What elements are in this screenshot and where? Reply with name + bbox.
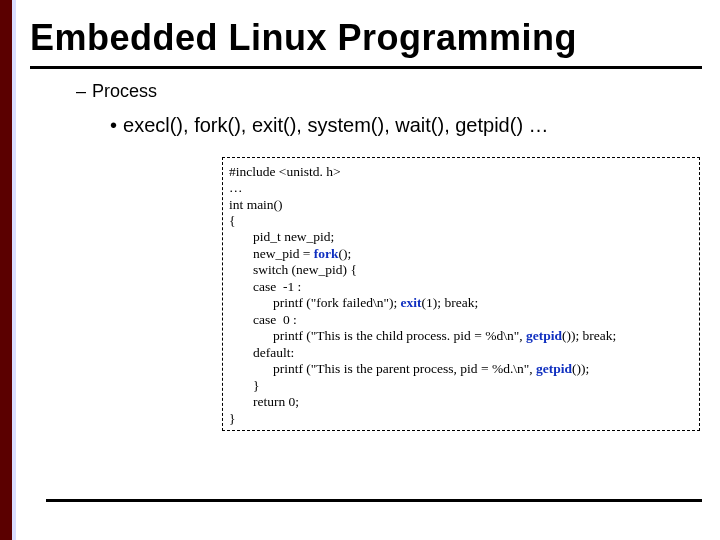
code-line: printf ("This is the child process. pid … bbox=[229, 328, 693, 344]
code-line: printf ("This is the parent process, pid… bbox=[229, 361, 693, 377]
code-line: } bbox=[229, 378, 693, 394]
code-line: return 0; bbox=[229, 394, 693, 410]
dot-bullet-icon: • bbox=[110, 114, 117, 136]
code-line: printf ("fork failed\n"); exit(1); break… bbox=[229, 295, 693, 311]
code-line: pid_t new_pid; bbox=[229, 229, 693, 245]
code-line: … bbox=[229, 180, 693, 196]
code-line: #include <unistd. h> bbox=[229, 164, 693, 180]
keyword-getpid: getpid bbox=[526, 328, 562, 343]
code-line: default: bbox=[229, 345, 693, 361]
bullet-level-2-label: execl(), fork(), exit(), system(), wait(… bbox=[123, 114, 549, 136]
code-line: case -1 : bbox=[229, 279, 693, 295]
bullet-level-2: •execl(), fork(), exit(), system(), wait… bbox=[110, 114, 702, 137]
keyword-exit: exit bbox=[401, 295, 422, 310]
footer-divider bbox=[46, 499, 702, 502]
code-sample-box: #include <unistd. h> … int main() { pid_… bbox=[222, 157, 700, 432]
code-line: { bbox=[229, 213, 693, 229]
bullet-level-1-label: Process bbox=[92, 81, 157, 101]
code-line: new_pid = fork(); bbox=[229, 246, 693, 262]
slide-title: Embedded Linux Programming bbox=[30, 18, 702, 58]
keyword-fork: fork bbox=[314, 246, 339, 261]
title-underline bbox=[30, 66, 702, 69]
dash-bullet-icon: – bbox=[76, 81, 86, 101]
code-line: } bbox=[229, 411, 693, 427]
code-line: case 0 : bbox=[229, 312, 693, 328]
code-line: int main() bbox=[229, 197, 693, 213]
left-sidebar-accent bbox=[0, 0, 12, 540]
keyword-getpid: getpid bbox=[536, 361, 572, 376]
code-line: switch (new_pid) { bbox=[229, 262, 693, 278]
bullet-level-1: –Process bbox=[76, 81, 702, 102]
